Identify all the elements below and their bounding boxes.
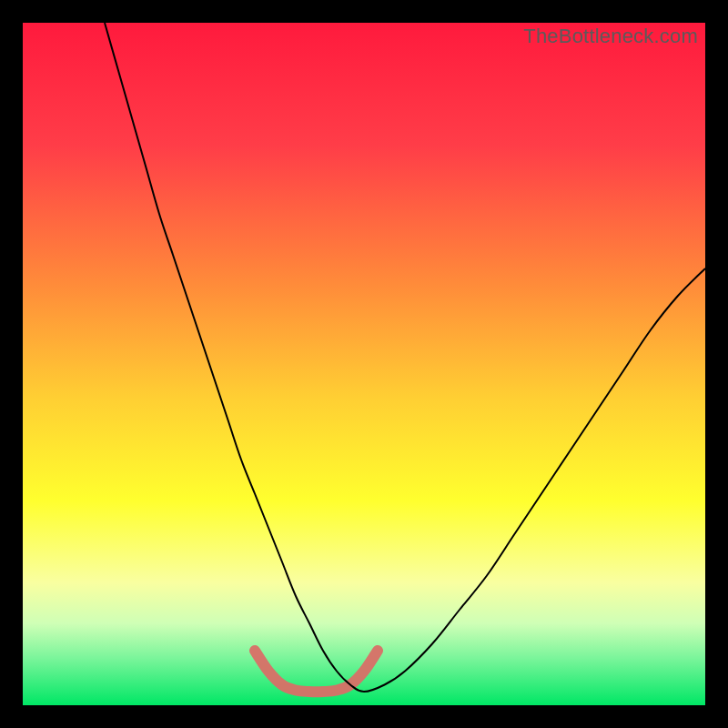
good-range-band [255, 651, 378, 692]
chart-frame: TheBottleneck.com [0, 0, 728, 728]
curve-layer [23, 23, 705, 705]
plot-area: TheBottleneck.com [23, 23, 705, 705]
bottleneck-curve [105, 23, 705, 692]
watermark-label: TheBottleneck.com [523, 25, 698, 48]
